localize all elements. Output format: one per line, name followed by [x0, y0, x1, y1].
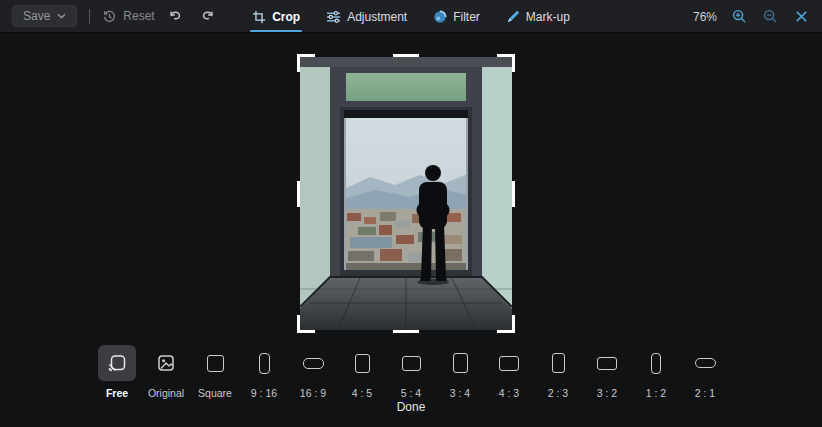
3-4-ratio-icon	[453, 353, 468, 373]
zoom-in-icon	[732, 9, 747, 24]
1-2-ratio-icon	[651, 353, 661, 374]
2-1-ratio-icon	[695, 358, 716, 368]
reset-button[interactable]: Reset	[102, 9, 154, 24]
ratio-original[interactable]: Original	[142, 345, 191, 399]
close-button[interactable]	[790, 6, 812, 28]
history-icon	[102, 9, 117, 24]
tab-filter[interactable]: Filter	[423, 0, 490, 33]
16-9-ratio-icon	[303, 358, 324, 369]
toolbar-divider	[89, 9, 90, 24]
crop-handle-right[interactable]	[512, 181, 515, 207]
square-ratio-icon	[207, 355, 224, 372]
tab-markup-label: Mark-up	[526, 10, 570, 24]
ratio-5-4[interactable]: 5 : 4	[387, 345, 436, 399]
crop-handle-top[interactable]	[393, 54, 419, 57]
ratio-1-2[interactable]: 1 : 2	[632, 345, 681, 399]
edit-canvas: Free Original Square 9 : 16	[0, 33, 822, 427]
zoom-out-icon	[763, 9, 778, 24]
save-button[interactable]: Save	[12, 5, 77, 27]
filter-icon	[433, 10, 447, 24]
close-icon	[795, 10, 808, 23]
ratio-3-4[interactable]: 3 : 4	[436, 345, 485, 399]
zoom-level: 76%	[693, 10, 717, 24]
tab-crop[interactable]: Crop	[242, 0, 310, 33]
tab-adjustment[interactable]: Adjustment	[316, 0, 417, 33]
ratio-16-9[interactable]: 16 : 9	[289, 345, 338, 399]
tab-markup[interactable]: Mark-up	[496, 0, 580, 33]
ratio-9-16[interactable]: 9 : 16	[240, 345, 289, 399]
photo-crop-region[interactable]	[300, 57, 512, 330]
crop-handle-bottom-right[interactable]	[497, 315, 515, 333]
ratio-2-3[interactable]: 2 : 3	[534, 345, 583, 399]
crop-handle-left[interactable]	[297, 181, 300, 207]
crop-icon	[252, 10, 266, 24]
crop-handle-bottom[interactable]	[393, 330, 419, 333]
crop-handle-top-left[interactable]	[297, 54, 315, 72]
9-16-ratio-icon	[259, 353, 270, 374]
ratio-4-3[interactable]: 4 : 3	[485, 345, 534, 399]
undo-icon	[168, 9, 183, 23]
zoom-out-button[interactable]	[759, 6, 781, 28]
done-button-label: Done	[397, 400, 426, 414]
tab-filter-label: Filter	[453, 10, 480, 24]
sliders-icon	[326, 10, 341, 24]
ratio-4-5[interactable]: 4 : 5	[338, 345, 387, 399]
free-crop-icon	[107, 353, 127, 373]
pen-icon	[506, 10, 520, 24]
3-2-ratio-icon	[597, 357, 617, 370]
5-4-ratio-icon	[402, 356, 421, 371]
redo-button[interactable]	[197, 5, 219, 27]
crop-handle-bottom-left[interactable]	[297, 315, 315, 333]
4-5-ratio-icon	[355, 354, 370, 373]
4-3-ratio-icon	[499, 356, 519, 371]
ratio-free[interactable]: Free	[93, 345, 142, 399]
active-tab-underline	[250, 30, 302, 33]
crop-handle-top-right[interactable]	[497, 54, 515, 72]
ratio-square[interactable]: Square	[191, 345, 240, 399]
ratio-2-1[interactable]: 2 : 1	[681, 345, 730, 399]
aspect-ratio-bar: Free Original Square 9 : 16	[0, 345, 822, 399]
save-button-label: Save	[23, 9, 50, 23]
reset-button-label: Reset	[123, 9, 154, 23]
zoom-in-button[interactable]	[728, 6, 750, 28]
2-3-ratio-icon	[552, 353, 565, 373]
tab-adjustment-label: Adjustment	[347, 10, 407, 24]
toolbar: Save Reset	[0, 0, 822, 33]
photo	[300, 57, 512, 330]
chevron-down-icon	[57, 13, 66, 19]
undo-button[interactable]	[165, 5, 187, 27]
tab-crop-label: Crop	[272, 10, 300, 24]
ratio-free-label: Free	[106, 387, 128, 399]
ratio-3-2[interactable]: 3 : 2	[583, 345, 632, 399]
redo-icon	[200, 9, 215, 23]
original-image-icon	[156, 353, 176, 373]
done-button[interactable]: Done	[0, 400, 822, 414]
